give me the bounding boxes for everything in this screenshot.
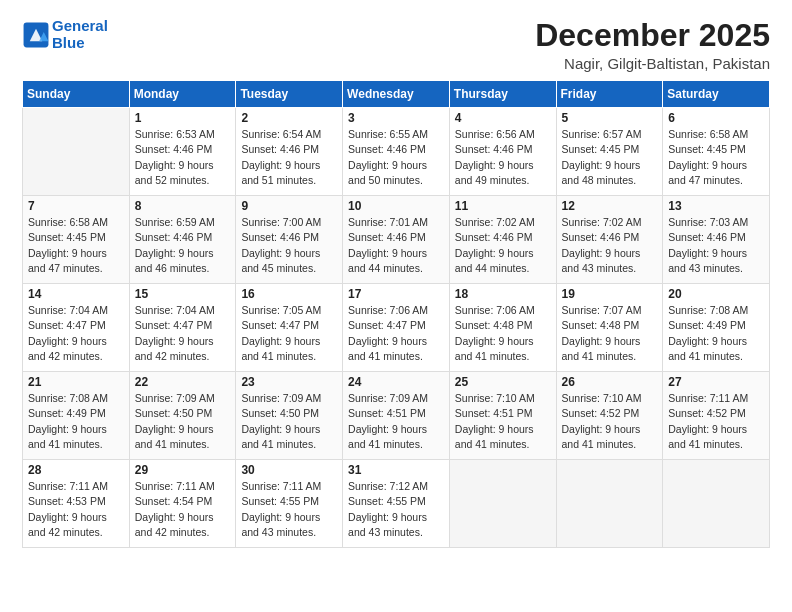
calendar-cell: 8Sunrise: 6:59 AMSunset: 4:46 PMDaylight… xyxy=(129,196,236,284)
day-info: Sunrise: 7:02 AMSunset: 4:46 PMDaylight:… xyxy=(562,215,658,276)
day-number: 14 xyxy=(28,287,124,301)
header: General Blue December 2025 Nagir, Gilgit… xyxy=(22,18,770,72)
day-info: Sunrise: 7:09 AMSunset: 4:50 PMDaylight:… xyxy=(135,391,231,452)
day-info: Sunrise: 7:08 AMSunset: 4:49 PMDaylight:… xyxy=(668,303,764,364)
calendar-cell xyxy=(556,460,663,548)
calendar-cell: 19Sunrise: 7:07 AMSunset: 4:48 PMDayligh… xyxy=(556,284,663,372)
day-info: Sunrise: 7:11 AMSunset: 4:54 PMDaylight:… xyxy=(135,479,231,540)
calendar-cell: 27Sunrise: 7:11 AMSunset: 4:52 PMDayligh… xyxy=(663,372,770,460)
day-number: 2 xyxy=(241,111,337,125)
day-number: 29 xyxy=(135,463,231,477)
day-info: Sunrise: 7:10 AMSunset: 4:52 PMDaylight:… xyxy=(562,391,658,452)
calendar-cell: 22Sunrise: 7:09 AMSunset: 4:50 PMDayligh… xyxy=(129,372,236,460)
calendar-cell: 12Sunrise: 7:02 AMSunset: 4:46 PMDayligh… xyxy=(556,196,663,284)
calendar-cell: 29Sunrise: 7:11 AMSunset: 4:54 PMDayligh… xyxy=(129,460,236,548)
day-number: 31 xyxy=(348,463,444,477)
day-number: 1 xyxy=(135,111,231,125)
calendar-header-friday: Friday xyxy=(556,81,663,108)
week-row-5: 28Sunrise: 7:11 AMSunset: 4:53 PMDayligh… xyxy=(23,460,770,548)
day-number: 24 xyxy=(348,375,444,389)
subtitle: Nagir, Gilgit-Baltistan, Pakistan xyxy=(535,55,770,72)
day-info: Sunrise: 7:01 AMSunset: 4:46 PMDaylight:… xyxy=(348,215,444,276)
day-info: Sunrise: 6:54 AMSunset: 4:46 PMDaylight:… xyxy=(241,127,337,188)
week-row-4: 21Sunrise: 7:08 AMSunset: 4:49 PMDayligh… xyxy=(23,372,770,460)
calendar-cell: 23Sunrise: 7:09 AMSunset: 4:50 PMDayligh… xyxy=(236,372,343,460)
calendar-cell: 5Sunrise: 6:57 AMSunset: 4:45 PMDaylight… xyxy=(556,108,663,196)
day-number: 25 xyxy=(455,375,551,389)
day-info: Sunrise: 7:12 AMSunset: 4:55 PMDaylight:… xyxy=(348,479,444,540)
day-info: Sunrise: 6:58 AMSunset: 4:45 PMDaylight:… xyxy=(28,215,124,276)
calendar-cell: 7Sunrise: 6:58 AMSunset: 4:45 PMDaylight… xyxy=(23,196,130,284)
day-number: 8 xyxy=(135,199,231,213)
day-info: Sunrise: 7:09 AMSunset: 4:51 PMDaylight:… xyxy=(348,391,444,452)
week-row-2: 7Sunrise: 6:58 AMSunset: 4:45 PMDaylight… xyxy=(23,196,770,284)
day-number: 13 xyxy=(668,199,764,213)
calendar-cell: 31Sunrise: 7:12 AMSunset: 4:55 PMDayligh… xyxy=(343,460,450,548)
day-info: Sunrise: 7:05 AMSunset: 4:47 PMDaylight:… xyxy=(241,303,337,364)
day-info: Sunrise: 7:03 AMSunset: 4:46 PMDaylight:… xyxy=(668,215,764,276)
logo-line2: Blue xyxy=(52,34,85,51)
day-number: 9 xyxy=(241,199,337,213)
calendar-header-sunday: Sunday xyxy=(23,81,130,108)
day-number: 7 xyxy=(28,199,124,213)
day-number: 22 xyxy=(135,375,231,389)
calendar-cell: 24Sunrise: 7:09 AMSunset: 4:51 PMDayligh… xyxy=(343,372,450,460)
week-row-1: 1Sunrise: 6:53 AMSunset: 4:46 PMDaylight… xyxy=(23,108,770,196)
calendar-header-saturday: Saturday xyxy=(663,81,770,108)
calendar-cell: 9Sunrise: 7:00 AMSunset: 4:46 PMDaylight… xyxy=(236,196,343,284)
day-info: Sunrise: 7:11 AMSunset: 4:52 PMDaylight:… xyxy=(668,391,764,452)
calendar-cell: 2Sunrise: 6:54 AMSunset: 4:46 PMDaylight… xyxy=(236,108,343,196)
day-number: 11 xyxy=(455,199,551,213)
day-info: Sunrise: 6:59 AMSunset: 4:46 PMDaylight:… xyxy=(135,215,231,276)
title-block: December 2025 Nagir, Gilgit-Baltistan, P… xyxy=(535,18,770,72)
calendar-cell: 4Sunrise: 6:56 AMSunset: 4:46 PMDaylight… xyxy=(449,108,556,196)
calendar-cell: 30Sunrise: 7:11 AMSunset: 4:55 PMDayligh… xyxy=(236,460,343,548)
week-row-3: 14Sunrise: 7:04 AMSunset: 4:47 PMDayligh… xyxy=(23,284,770,372)
calendar-cell: 17Sunrise: 7:06 AMSunset: 4:47 PMDayligh… xyxy=(343,284,450,372)
calendar-cell: 6Sunrise: 6:58 AMSunset: 4:45 PMDaylight… xyxy=(663,108,770,196)
calendar-header-tuesday: Tuesday xyxy=(236,81,343,108)
calendar-cell: 15Sunrise: 7:04 AMSunset: 4:47 PMDayligh… xyxy=(129,284,236,372)
calendar-cell: 3Sunrise: 6:55 AMSunset: 4:46 PMDaylight… xyxy=(343,108,450,196)
day-info: Sunrise: 7:10 AMSunset: 4:51 PMDaylight:… xyxy=(455,391,551,452)
day-info: Sunrise: 7:08 AMSunset: 4:49 PMDaylight:… xyxy=(28,391,124,452)
calendar-cell: 25Sunrise: 7:10 AMSunset: 4:51 PMDayligh… xyxy=(449,372,556,460)
calendar-header-row: SundayMondayTuesdayWednesdayThursdayFrid… xyxy=(23,81,770,108)
main-title: December 2025 xyxy=(535,18,770,53)
calendar-cell: 18Sunrise: 7:06 AMSunset: 4:48 PMDayligh… xyxy=(449,284,556,372)
day-info: Sunrise: 7:06 AMSunset: 4:48 PMDaylight:… xyxy=(455,303,551,364)
calendar-table: SundayMondayTuesdayWednesdayThursdayFrid… xyxy=(22,80,770,548)
calendar-cell: 13Sunrise: 7:03 AMSunset: 4:46 PMDayligh… xyxy=(663,196,770,284)
day-number: 17 xyxy=(348,287,444,301)
day-info: Sunrise: 7:07 AMSunset: 4:48 PMDaylight:… xyxy=(562,303,658,364)
day-info: Sunrise: 7:11 AMSunset: 4:55 PMDaylight:… xyxy=(241,479,337,540)
day-number: 3 xyxy=(348,111,444,125)
page: General Blue December 2025 Nagir, Gilgit… xyxy=(0,0,792,612)
day-number: 19 xyxy=(562,287,658,301)
logo-line1: General xyxy=(52,17,108,34)
calendar-cell: 26Sunrise: 7:10 AMSunset: 4:52 PMDayligh… xyxy=(556,372,663,460)
day-number: 30 xyxy=(241,463,337,477)
calendar-cell xyxy=(663,460,770,548)
day-info: Sunrise: 7:11 AMSunset: 4:53 PMDaylight:… xyxy=(28,479,124,540)
calendar-cell: 20Sunrise: 7:08 AMSunset: 4:49 PMDayligh… xyxy=(663,284,770,372)
day-info: Sunrise: 6:57 AMSunset: 4:45 PMDaylight:… xyxy=(562,127,658,188)
calendar-cell: 28Sunrise: 7:11 AMSunset: 4:53 PMDayligh… xyxy=(23,460,130,548)
calendar-cell: 11Sunrise: 7:02 AMSunset: 4:46 PMDayligh… xyxy=(449,196,556,284)
day-info: Sunrise: 7:04 AMSunset: 4:47 PMDaylight:… xyxy=(28,303,124,364)
day-number: 16 xyxy=(241,287,337,301)
logo-text: General Blue xyxy=(52,18,108,51)
day-number: 10 xyxy=(348,199,444,213)
day-info: Sunrise: 7:04 AMSunset: 4:47 PMDaylight:… xyxy=(135,303,231,364)
day-number: 23 xyxy=(241,375,337,389)
calendar-header-monday: Monday xyxy=(129,81,236,108)
day-number: 5 xyxy=(562,111,658,125)
calendar-cell xyxy=(23,108,130,196)
day-number: 26 xyxy=(562,375,658,389)
calendar-cell: 10Sunrise: 7:01 AMSunset: 4:46 PMDayligh… xyxy=(343,196,450,284)
day-number: 6 xyxy=(668,111,764,125)
day-info: Sunrise: 6:58 AMSunset: 4:45 PMDaylight:… xyxy=(668,127,764,188)
day-number: 27 xyxy=(668,375,764,389)
calendar-cell: 1Sunrise: 6:53 AMSunset: 4:46 PMDaylight… xyxy=(129,108,236,196)
logo-icon xyxy=(22,21,50,49)
